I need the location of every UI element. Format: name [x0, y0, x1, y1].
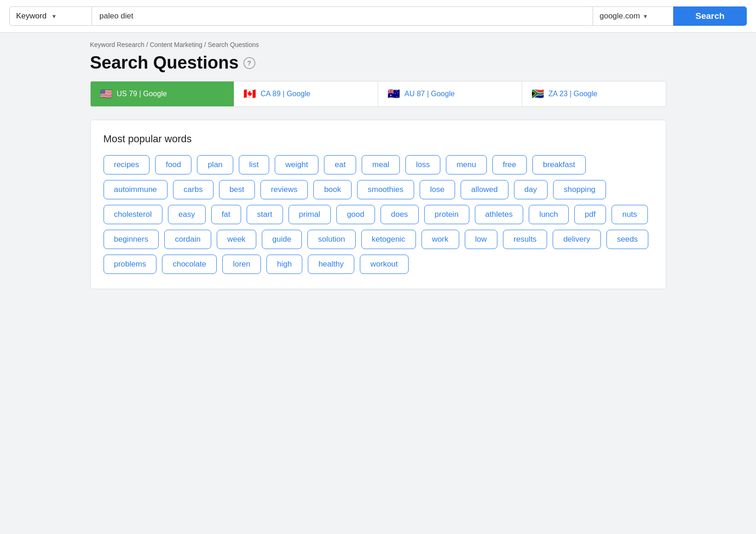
country-label-0: US 79 | Google — [117, 90, 167, 98]
search-button[interactable]: Search — [673, 6, 747, 26]
country-label-1: CA 89 | Google — [260, 90, 310, 98]
country-flag-0: 🇺🇸 — [100, 88, 112, 100]
word-tag-best[interactable]: best — [219, 180, 255, 199]
word-tag-start[interactable]: start — [247, 205, 283, 224]
word-tag-protein[interactable]: protein — [424, 205, 469, 224]
word-tag-book[interactable]: book — [313, 180, 352, 199]
word-tag-menu[interactable]: menu — [446, 155, 487, 174]
country-tab-0[interactable]: 🇺🇸US 79 | Google — [91, 81, 235, 106]
word-tag-guide[interactable]: guide — [262, 230, 302, 249]
country-flag-1: 🇨🇦 — [243, 88, 256, 100]
word-tag-plan[interactable]: plan — [197, 155, 233, 174]
top-bar: Keyword ▾ google.com ▾ Search — [0, 0, 756, 33]
word-tag-problems[interactable]: problems — [104, 255, 157, 274]
word-tag-delivery[interactable]: delivery — [553, 230, 601, 249]
word-tag-high[interactable]: high — [266, 255, 302, 274]
word-tag-food[interactable]: food — [155, 155, 191, 174]
word-tag-loren[interactable]: loren — [222, 255, 261, 274]
word-tag-lose[interactable]: lose — [420, 180, 455, 199]
country-label-2: AU 87 | Google — [404, 90, 455, 98]
word-tag-meal[interactable]: meal — [362, 155, 400, 174]
engine-selector[interactable]: google.com ▾ — [593, 6, 673, 26]
word-tag-work[interactable]: work — [421, 230, 459, 249]
word-tag-workout[interactable]: workout — [360, 255, 409, 274]
word-tag-eat[interactable]: eat — [324, 155, 356, 174]
word-tag-lunch[interactable]: lunch — [529, 205, 569, 224]
keyword-type-selector[interactable]: Keyword ▾ — [9, 6, 92, 26]
engine-chevron: ▾ — [644, 12, 667, 20]
search-input[interactable] — [92, 6, 593, 26]
word-tag-athletes[interactable]: athletes — [475, 205, 524, 224]
word-tag-reviews[interactable]: reviews — [260, 180, 308, 199]
word-tag-day[interactable]: day — [514, 180, 548, 199]
word-tag-week[interactable]: week — [217, 230, 256, 249]
country-tab-2[interactable]: 🇦🇺AU 87 | Google — [378, 81, 522, 106]
words-grid: recipesfoodplanlistweighteatmeallossmenu… — [104, 155, 653, 274]
word-tag-does[interactable]: does — [381, 205, 419, 224]
word-tag-good[interactable]: good — [336, 205, 375, 224]
country-tabs: 🇺🇸US 79 | Google🇨🇦CA 89 | Google🇦🇺AU 87 … — [90, 81, 666, 107]
word-tag-seeds[interactable]: seeds — [606, 230, 648, 249]
word-tag-results[interactable]: results — [503, 230, 547, 249]
word-tag-primal[interactable]: primal — [289, 205, 331, 224]
country-flag-3: 🇿🇦 — [531, 88, 544, 100]
page-title: Search Questions — [90, 53, 239, 73]
section-title: Most popular words — [104, 133, 653, 145]
word-tag-autoimmune[interactable]: autoimmune — [104, 180, 168, 199]
popular-words-section: Most popular words recipesfoodplanlistwe… — [90, 120, 666, 289]
word-tag-loss[interactable]: loss — [405, 155, 440, 174]
keyword-type-chevron: ▾ — [52, 12, 85, 20]
word-tag-ketogenic[interactable]: ketogenic — [361, 230, 416, 249]
word-tag-list[interactable]: list — [239, 155, 270, 174]
engine-value-label: google.com — [600, 12, 640, 21]
country-tab-1[interactable]: 🇨🇦CA 89 | Google — [234, 81, 378, 106]
word-tag-allowed[interactable]: allowed — [461, 180, 508, 199]
keyword-type-label: Keyword — [16, 12, 49, 21]
country-tab-3[interactable]: 🇿🇦ZA 23 | Google — [522, 81, 666, 106]
word-tag-easy[interactable]: easy — [168, 205, 206, 224]
word-tag-smoothies[interactable]: smoothies — [357, 180, 414, 199]
country-label-3: ZA 23 | Google — [548, 90, 597, 98]
word-tag-chocolate[interactable]: chocolate — [162, 255, 217, 274]
breadcrumb-text: Keyword Research / Content Marketing / S… — [90, 41, 259, 48]
word-tag-recipes[interactable]: recipes — [104, 155, 150, 174]
breadcrumb: Keyword Research / Content Marketing / S… — [90, 41, 666, 48]
word-tag-carbs[interactable]: carbs — [173, 180, 214, 199]
word-tag-solution[interactable]: solution — [307, 230, 356, 249]
word-tag-free[interactable]: free — [492, 155, 527, 174]
word-tag-breakfast[interactable]: breakfast — [532, 155, 586, 174]
country-flag-2: 🇦🇺 — [387, 88, 400, 100]
word-tag-pdf[interactable]: pdf — [574, 205, 606, 224]
word-tag-low[interactable]: low — [465, 230, 498, 249]
page-content: Keyword Research / Content Marketing / S… — [79, 33, 677, 308]
word-tag-cholesterol[interactable]: cholesterol — [104, 205, 162, 224]
word-tag-nuts[interactable]: nuts — [612, 205, 647, 224]
help-icon[interactable]: ? — [243, 57, 255, 69]
word-tag-fat[interactable]: fat — [211, 205, 241, 224]
word-tag-cordain[interactable]: cordain — [164, 230, 211, 249]
word-tag-weight[interactable]: weight — [275, 155, 318, 174]
word-tag-healthy[interactable]: healthy — [308, 255, 354, 274]
word-tag-shopping[interactable]: shopping — [553, 180, 606, 199]
page-title-row: Search Questions ? — [90, 53, 666, 73]
word-tag-beginners[interactable]: beginners — [104, 230, 159, 249]
